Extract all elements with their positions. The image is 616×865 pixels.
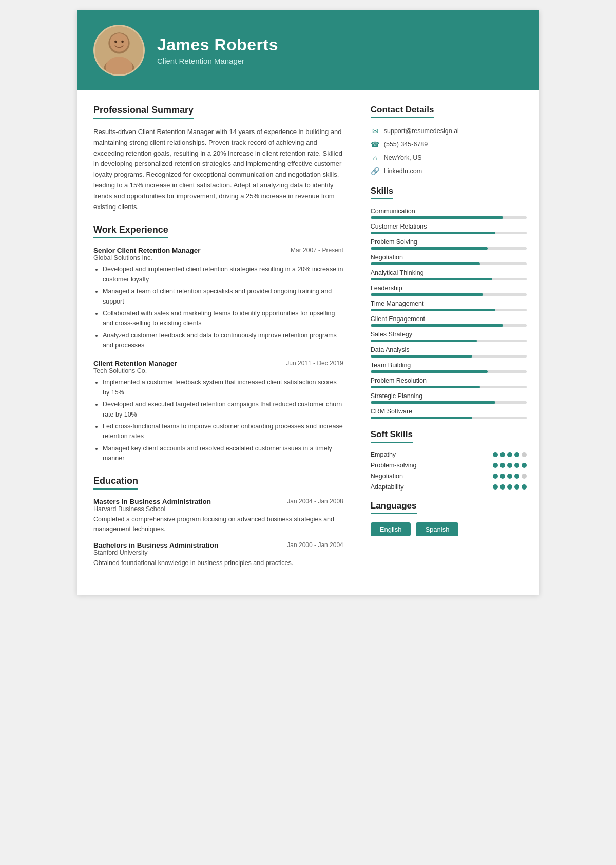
edu-degree: Masters in Business Administration [93, 498, 211, 505]
skill-bar-bg [371, 355, 527, 358]
skill-item: Sales Strategy [371, 331, 527, 342]
skill-bar-fill [371, 324, 504, 327]
skill-bar-bg [371, 401, 527, 404]
soft-skill-name: Negotiation [371, 473, 403, 480]
skill-name: Team Building [371, 362, 527, 369]
skill-name: Customer Relations [371, 223, 527, 230]
job-bullet: Managed key client accounts and resolved… [103, 444, 343, 464]
edu-school: Stanford University [93, 549, 343, 556]
edu-item: Bachelors in Business Administration Jan… [93, 541, 343, 568]
skill-bar-fill [371, 278, 492, 280]
header-title: Client Retention Manager [157, 57, 278, 65]
skill-bar-bg [371, 386, 527, 388]
dot [493, 474, 498, 479]
soft-skill-name: Problem-solving [371, 462, 417, 469]
soft-skill-item: Empathy [371, 451, 527, 458]
job-bullet: Managed a team of client retention speci… [103, 287, 343, 307]
skill-item: Team Building [371, 362, 527, 373]
svg-point-3 [110, 33, 128, 52]
linkedin-icon: 🔗 [371, 166, 380, 176]
job-bullets: Developed and implemented client retenti… [103, 265, 343, 350]
skill-bar-bg [371, 278, 527, 280]
language-button[interactable]: English [371, 522, 411, 536]
contact-item: ☎(555) 345-6789 [371, 140, 527, 149]
skill-name: Time Management [371, 300, 527, 307]
edu-degree: Bachelors in Business Administration [93, 541, 218, 549]
header-info: James Roberts Client Retention Manager [157, 35, 278, 65]
edu-desc: Obtained foundational knowledge in busin… [93, 558, 343, 568]
skill-name: Sales Strategy [371, 331, 527, 338]
dot [500, 463, 505, 468]
dot [514, 474, 519, 479]
skill-bar-fill [371, 216, 504, 219]
soft-skill-name: Adaptability [371, 483, 404, 491]
professional-summary-section: Professional Summary Results-driven Clie… [93, 105, 343, 212]
edu-item: Masters in Business Administration Jan 2… [93, 498, 343, 534]
skill-name: Communication [371, 208, 527, 215]
job-date: Mar 2007 - Present [291, 247, 343, 254]
contact-item: 🔗LinkedIn.com [371, 166, 527, 176]
edu-date: Jan 2004 - Jan 2008 [287, 498, 343, 505]
skill-name: CRM Software [371, 408, 527, 415]
skills-title: Skills [371, 186, 393, 199]
skill-bar-fill [371, 386, 480, 388]
contact-text: LinkedIn.com [384, 167, 422, 175]
language-buttons: EnglishSpanish [371, 522, 527, 536]
phone-icon: ☎ [371, 140, 380, 149]
dot [514, 463, 519, 468]
contact-text: NewYork, US [384, 154, 422, 161]
edu-header: Bachelors in Business Administration Jan… [93, 541, 343, 549]
soft-skill-item: Negotiation [371, 473, 527, 480]
work-experience-section: Work Experience Senior Client Retention … [93, 224, 343, 463]
skill-bar-fill [371, 247, 488, 250]
soft-skill-dots [493, 484, 527, 490]
skill-bar-bg [371, 370, 527, 373]
contact-text: support@resumedesign.ai [384, 127, 459, 135]
skill-item: CRM Software [371, 408, 527, 419]
soft-skill-dots [493, 463, 527, 468]
svg-point-5 [114, 41, 117, 43]
soft-skill-dots [493, 452, 527, 457]
skill-bar-bg [371, 340, 527, 342]
contact-title: Contact Details [371, 105, 434, 118]
skill-name: Client Engagement [371, 315, 527, 323]
contact-section: Contact Details ✉support@resumedesign.ai… [371, 105, 527, 176]
skill-item: Communication [371, 208, 527, 219]
dot [522, 484, 527, 490]
skill-name: Analytical Thinking [371, 269, 527, 276]
skill-item: Problem Solving [371, 238, 527, 250]
skill-bar-bg [371, 262, 527, 265]
skill-bar-fill [371, 293, 483, 296]
job-company: Global Solutions Inc. [93, 254, 343, 261]
job-item: Senior Client Retention Manager Mar 2007… [93, 247, 343, 350]
skill-name: Problem Resolution [371, 377, 527, 384]
resume-container: James Roberts Client Retention Manager P… [77, 10, 539, 595]
email-icon: ✉ [371, 126, 380, 136]
skill-bar-fill [371, 262, 480, 265]
job-title: Senior Client Retention Manager [93, 247, 201, 254]
skill-bar-bg [371, 232, 527, 234]
edu-date: Jan 2000 - Jan 2004 [287, 541, 343, 549]
edu-school: Harvard Business School [93, 505, 343, 513]
dot [514, 452, 519, 457]
job-bullet: Developed and executed targeted retentio… [103, 400, 343, 420]
language-button[interactable]: Spanish [416, 522, 458, 536]
job-bullet: Collaborated with sales and marketing te… [103, 309, 343, 329]
body: Professional Summary Results-driven Clie… [77, 90, 539, 595]
education-container: Masters in Business Administration Jan 2… [93, 498, 343, 568]
skill-name: Problem Solving [371, 238, 527, 246]
contact-list: ✉support@resumedesign.ai☎(555) 345-6789⌂… [371, 126, 527, 176]
soft-skills-title: Soft Skills [371, 429, 413, 443]
skill-bar-fill [371, 401, 495, 404]
skill-item: Time Management [371, 300, 527, 311]
languages-title: Languages [371, 501, 417, 514]
dot [493, 484, 498, 490]
dot [507, 452, 512, 457]
skill-name: Strategic Planning [371, 392, 527, 400]
skill-item: Client Engagement [371, 315, 527, 327]
soft-skill-item: Adaptability [371, 483, 527, 491]
languages-section: Languages EnglishSpanish [371, 501, 527, 536]
dot [522, 463, 527, 468]
soft-skill-item: Problem-solving [371, 462, 527, 469]
skill-bar-bg [371, 417, 527, 419]
